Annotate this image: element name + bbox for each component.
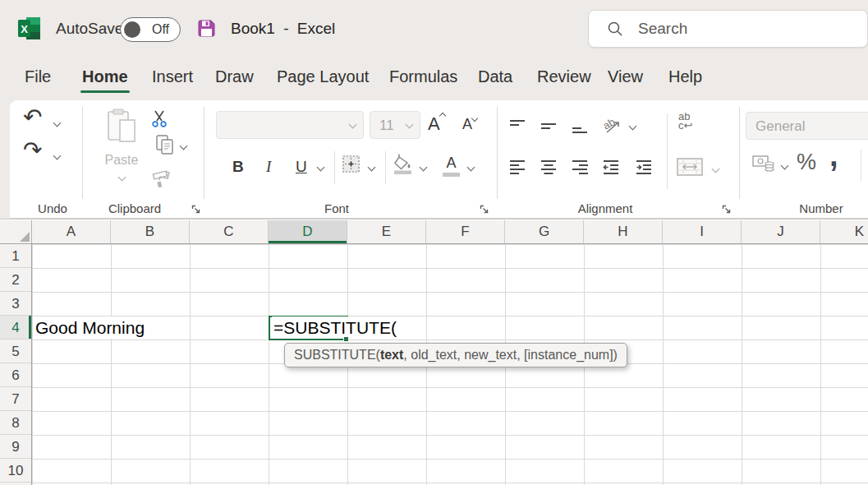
- borders-icon[interactable]: [342, 155, 361, 178]
- top-align-icon[interactable]: [509, 118, 526, 138]
- tab-insert[interactable]: Insert: [152, 67, 193, 93]
- number-format-value: General: [755, 118, 805, 135]
- row-header-1[interactable]: 1: [0, 244, 31, 268]
- paste-label: Paste: [99, 153, 145, 168]
- select-all-button[interactable]: [0, 220, 32, 243]
- underline-button[interactable]: U: [296, 158, 307, 176]
- excel-logo-icon: X: [18, 17, 40, 43]
- tab-review[interactable]: Review: [537, 67, 591, 93]
- font-name-combo[interactable]: [216, 111, 364, 139]
- column-header-c[interactable]: C: [190, 220, 269, 243]
- tab-home[interactable]: Home: [82, 67, 128, 93]
- chevron-down-icon: [406, 121, 414, 129]
- row-header-5[interactable]: 5: [0, 340, 31, 363]
- column-header-h[interactable]: H: [584, 220, 663, 243]
- group-divider: [82, 107, 83, 199]
- paste-button[interactable]: Paste: [99, 107, 145, 199]
- accounting-format-icon[interactable]: [752, 153, 775, 176]
- wrap-text-icon[interactable]: abc↩: [678, 112, 692, 130]
- row-headers: 12345678910: [0, 244, 32, 485]
- grow-font-icon[interactable]: A: [428, 113, 445, 135]
- font-color-icon[interactable]: A: [443, 155, 460, 172]
- small-divider: [334, 151, 335, 184]
- tab-draw[interactable]: Draw: [215, 67, 254, 93]
- undo-group-label: Undo: [16, 201, 89, 218]
- format-painter-icon[interactable]: [151, 169, 172, 192]
- tab-page-layout[interactable]: Page Layout: [277, 67, 369, 93]
- align-center-icon[interactable]: [540, 159, 557, 179]
- orientation-icon[interactable]: ab: [603, 115, 622, 138]
- chevron-down-icon[interactable]: [317, 164, 325, 172]
- row-header-9[interactable]: 9: [0, 435, 31, 459]
- row-header-6[interactable]: 6: [0, 363, 31, 387]
- fill-color-icon[interactable]: [393, 153, 414, 178]
- column-header-d[interactable]: D: [269, 220, 347, 243]
- row-header-7[interactable]: 7: [0, 387, 31, 411]
- column-header-j[interactable]: J: [742, 220, 820, 243]
- font-group-label: Font: [214, 201, 460, 218]
- autosave-toggle[interactable]: Off: [120, 17, 181, 42]
- tab-data[interactable]: Data: [478, 67, 512, 93]
- undo-icon[interactable]: ↶: [23, 104, 42, 131]
- middle-align-icon[interactable]: [540, 118, 557, 138]
- chevron-down-icon[interactable]: [180, 142, 188, 150]
- bold-button[interactable]: B: [232, 158, 244, 176]
- save-icon[interactable]: [197, 19, 216, 41]
- tab-help[interactable]: Help: [668, 67, 702, 93]
- small-divider: [667, 113, 668, 189]
- tooltip-remaining-args: , old_text, new_text, [instance_num]): [403, 348, 618, 363]
- align-right-icon[interactable]: [572, 159, 588, 179]
- redo-icon[interactable]: ↷: [23, 136, 42, 164]
- column-header-e[interactable]: E: [347, 220, 426, 243]
- search-input[interactable]: Search: [588, 10, 868, 48]
- chevron-down-icon[interactable]: [781, 162, 789, 170]
- row-header-10[interactable]: 10: [0, 459, 31, 483]
- align-left-icon[interactable]: [509, 159, 526, 179]
- group-divider: [497, 107, 498, 199]
- row-header-2[interactable]: 2: [0, 268, 31, 292]
- worksheet[interactable]: ABCDEFGHIJK 12345678910 Good Morning =SU…: [0, 219, 868, 485]
- font-size-combo[interactable]: 11: [370, 111, 420, 139]
- chevron-down-icon[interactable]: [53, 152, 62, 160]
- row-header-3[interactable]: 3: [0, 292, 31, 316]
- dialog-launcher-icon[interactable]: [722, 203, 732, 218]
- tab-file[interactable]: File: [25, 67, 51, 93]
- percent-icon[interactable]: %: [797, 150, 816, 175]
- chevron-down-icon[interactable]: [712, 165, 720, 173]
- column-header-a[interactable]: A: [32, 220, 111, 243]
- chevron-down-icon[interactable]: [420, 164, 428, 172]
- row-header-4[interactable]: 4: [0, 316, 31, 340]
- number-format-combo[interactable]: General: [746, 112, 868, 140]
- chevron-down-icon[interactable]: [467, 164, 475, 172]
- merge-center-icon[interactable]: [677, 158, 703, 179]
- fill-handle[interactable]: [343, 336, 349, 342]
- cell-a4[interactable]: Good Morning: [33, 316, 190, 339]
- cut-icon[interactable]: [151, 110, 168, 132]
- toggle-knob-icon: [124, 21, 140, 38]
- copy-icon[interactable]: [156, 135, 174, 158]
- chevron-down-icon[interactable]: [629, 122, 637, 131]
- bottom-align-icon[interactable]: [572, 118, 588, 138]
- chevron-down-icon: [117, 173, 126, 182]
- menu-tabs: FileHomeInsertDrawPage LayoutFormulasDat…: [0, 58, 868, 100]
- italic-button[interactable]: I: [266, 158, 271, 176]
- column-header-i[interactable]: I: [663, 220, 742, 243]
- comma-icon[interactable]: ,: [829, 138, 838, 173]
- number-group-label: Number: [755, 201, 868, 218]
- cell-d4-formula-editor[interactable]: =SUBSTITUTE(: [272, 316, 382, 339]
- row-header-8[interactable]: 8: [0, 411, 31, 435]
- column-header-b[interactable]: B: [111, 220, 190, 243]
- increase-indent-icon[interactable]: [636, 159, 652, 179]
- tab-formulas[interactable]: Formulas: [389, 67, 457, 93]
- column-header-k[interactable]: K: [820, 220, 868, 243]
- tooltip-function-name: SUBSTITUTE(: [294, 348, 380, 363]
- decrease-indent-icon[interactable]: [603, 159, 619, 179]
- dialog-launcher-icon[interactable]: [191, 203, 201, 218]
- column-header-f[interactable]: F: [426, 220, 505, 243]
- chevron-down-icon[interactable]: [368, 164, 376, 172]
- shrink-font-icon[interactable]: A: [462, 116, 477, 133]
- tab-view[interactable]: View: [608, 67, 643, 93]
- column-header-g[interactable]: G: [505, 220, 584, 243]
- search-placeholder: Search: [638, 20, 687, 38]
- chevron-down-icon[interactable]: [53, 119, 62, 127]
